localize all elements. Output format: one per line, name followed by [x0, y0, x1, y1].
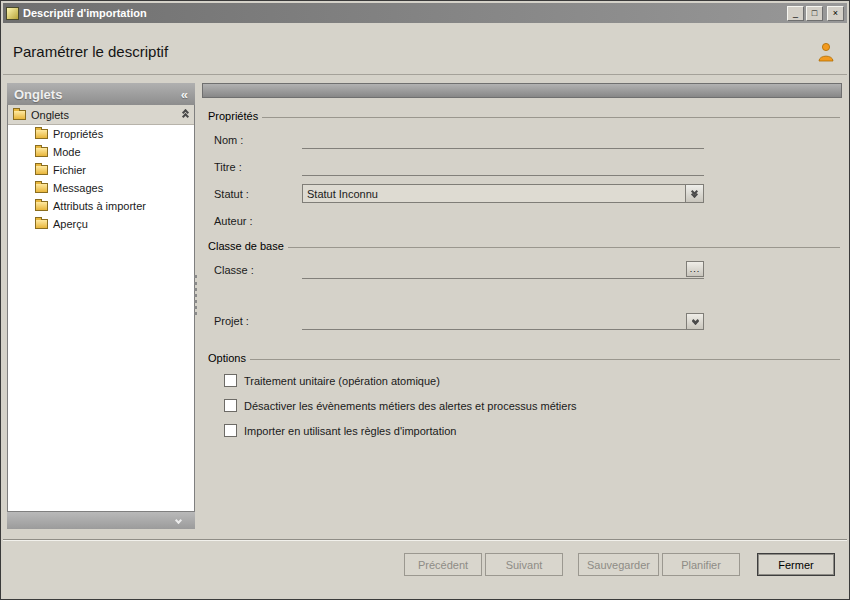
- folder-icon: [35, 147, 48, 157]
- precedent-button[interactable]: Précédent: [404, 553, 482, 576]
- regles-importation-checkbox[interactable]: [224, 424, 237, 437]
- checkbox-label: Désactiver les évènements métiers des al…: [244, 400, 577, 412]
- chevron-down-icon[interactable]: [685, 185, 703, 202]
- desactiver-evenements-checkbox[interactable]: [224, 399, 237, 412]
- option-desactiver-evenements: Désactiver les évènements métiers des al…: [208, 393, 840, 418]
- group-classe-de-base: Classe de base: [208, 240, 840, 252]
- sidebar-title: Onglets: [14, 87, 181, 102]
- window-controls: _ □ ×: [787, 6, 844, 21]
- option-traitement-unitaire: Traitement unitaire (opération atomique): [208, 368, 840, 393]
- tabs-tree: Onglets Propriétés Mode Fichier: [7, 105, 195, 512]
- tree-root-onglets[interactable]: Onglets: [8, 105, 194, 125]
- app-icon: [6, 7, 19, 20]
- window-title: Descriptif d'importation: [23, 7, 787, 19]
- title-bar[interactable]: Descriptif d'importation _ □ ×: [3, 3, 847, 23]
- titre-label: Titre :: [214, 161, 302, 173]
- tree-item-fichier[interactable]: Fichier: [8, 161, 194, 179]
- checkbox-label: Traitement unitaire (opération atomique): [244, 375, 440, 387]
- footer-button-bar: Précédent Suivant Sauvegarder Planifier …: [3, 539, 847, 597]
- minimize-button[interactable]: _: [787, 6, 804, 21]
- main-panel-header: [202, 83, 842, 98]
- content-area: Onglets « Onglets Propriétés Mode: [3, 75, 847, 539]
- close-button[interactable]: ×: [827, 6, 844, 21]
- traitement-unitaire-checkbox[interactable]: [224, 374, 237, 387]
- panel-splitter[interactable]: [194, 275, 197, 315]
- collapse-tree-icon[interactable]: [183, 110, 188, 119]
- folder-icon: [13, 110, 26, 120]
- tree-item-mode[interactable]: Mode: [8, 143, 194, 161]
- option-regles-importation: Importer en utilisant les règles d'impor…: [208, 418, 840, 443]
- tree-item-messages[interactable]: Messages: [8, 179, 194, 197]
- projet-input[interactable]: [302, 312, 704, 330]
- tree-item-apercu[interactable]: Aperçu: [8, 215, 194, 233]
- folder-icon: [35, 183, 48, 193]
- person-icon: [817, 42, 835, 62]
- descriptor-form: Propriétés Nom : Titre : Statut : Statut…: [202, 98, 842, 529]
- auteur-label: Auteur :: [214, 215, 302, 227]
- collapse-sidebar-icon[interactable]: «: [181, 87, 188, 102]
- field-auteur: Auteur :: [208, 207, 840, 234]
- projet-label: Projet :: [214, 315, 302, 327]
- folder-icon: [35, 165, 48, 175]
- sauvegarder-button[interactable]: Sauvegarder: [578, 553, 659, 576]
- tree-root-label: Onglets: [31, 109, 183, 121]
- sidebar-header: Onglets «: [7, 83, 195, 105]
- page-title: Paramétrer le descriptif: [13, 43, 817, 60]
- classe-input[interactable]: [302, 261, 704, 279]
- folder-icon: [35, 129, 48, 139]
- folder-icon: [35, 219, 48, 229]
- classe-label: Classe :: [214, 264, 302, 276]
- checkbox-label: Importer en utilisant les règles d'impor…: [244, 425, 456, 437]
- statut-label: Statut :: [214, 188, 302, 200]
- field-classe: Classe : ...: [208, 256, 840, 283]
- field-nom: Nom :: [208, 126, 840, 153]
- statut-value: Statut Inconnu: [303, 188, 685, 200]
- main-panel: Propriétés Nom : Titre : Statut : Statut…: [202, 83, 842, 529]
- fermer-button[interactable]: Fermer: [757, 553, 835, 576]
- titre-input[interactable]: [302, 158, 704, 176]
- planifier-button[interactable]: Planifier: [662, 553, 740, 576]
- field-projet: Projet :: [208, 307, 840, 334]
- tree-item-attributs[interactable]: Attributs à importer: [8, 197, 194, 215]
- tabs-sidebar: Onglets « Onglets Propriétés Mode: [7, 83, 195, 529]
- nom-label: Nom :: [214, 134, 302, 146]
- group-proprietes: Propriétés: [208, 110, 840, 122]
- folder-icon: [35, 201, 48, 211]
- page-header: Paramétrer le descriptif: [3, 23, 847, 75]
- suivant-button[interactable]: Suivant: [485, 553, 563, 576]
- classe-browse-button[interactable]: ...: [686, 261, 704, 277]
- chevron-down-icon: [175, 517, 182, 524]
- group-options: Options: [208, 352, 840, 364]
- statut-dropdown[interactable]: Statut Inconnu: [302, 184, 704, 203]
- field-titre: Titre :: [208, 153, 840, 180]
- sidebar-footer-bar[interactable]: [7, 512, 195, 529]
- import-descriptor-window: Descriptif d'importation _ □ × Paramétre…: [0, 0, 850, 600]
- nom-input[interactable]: [302, 131, 704, 149]
- restore-button[interactable]: □: [806, 6, 823, 21]
- field-statut: Statut : Statut Inconnu: [208, 180, 840, 207]
- tree-item-proprietes[interactable]: Propriétés: [8, 125, 194, 143]
- projet-dropdown-button[interactable]: [686, 313, 704, 330]
